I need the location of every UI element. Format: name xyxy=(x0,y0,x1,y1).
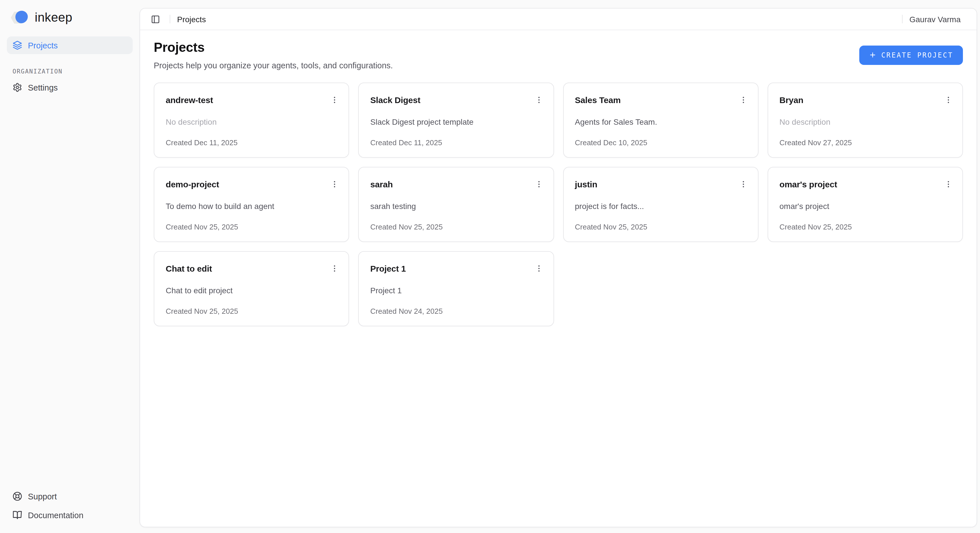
project-card-description: sarah testing xyxy=(371,202,542,211)
project-card-created: Created Nov 24, 2025 xyxy=(371,307,542,315)
project-card-description: To demo how to build an agent xyxy=(166,202,337,211)
project-card-description: Slack Digest project template xyxy=(371,117,542,126)
project-card-top: omar's project xyxy=(780,179,951,190)
sidebar-item-label: Projects xyxy=(28,41,58,50)
page-subtitle: Projects help you organize your agents, … xyxy=(154,61,393,70)
project-card-title: omar's project xyxy=(780,179,837,189)
header-divider xyxy=(902,15,902,23)
sidebar-item-documentation[interactable]: Documentation xyxy=(7,506,133,524)
project-card-title: justin xyxy=(575,179,597,189)
project-card[interactable]: omar's project omar's project Created No… xyxy=(768,167,963,242)
more-vertical-icon xyxy=(944,180,952,188)
project-card[interactable]: andrew-test No description Created Dec 1… xyxy=(154,83,349,158)
header-divider xyxy=(170,15,170,23)
more-vertical-icon xyxy=(330,95,339,104)
project-card-top: andrew-test xyxy=(166,95,337,106)
project-card-top: Slack Digest xyxy=(371,95,542,106)
project-card-title: Project 1 xyxy=(371,264,406,273)
inkeep-logo-icon xyxy=(10,9,30,26)
project-card-created: Created Nov 25, 2025 xyxy=(780,223,951,231)
layers-icon xyxy=(13,40,22,50)
page-title: Projects xyxy=(154,40,393,55)
project-card[interactable]: Project 1 Project 1 Created Nov 24, 2025 xyxy=(358,251,554,326)
project-card-description: project is for facts... xyxy=(575,202,746,211)
create-project-button[interactable]: CREATE PROJECT xyxy=(859,45,963,65)
project-card-menu-button[interactable] xyxy=(737,93,750,106)
more-vertical-icon xyxy=(535,95,543,104)
project-card-top: Sales Team xyxy=(575,95,746,106)
project-card-created: Created Dec 10, 2025 xyxy=(575,138,746,147)
page-head: Projects Projects help you organize your… xyxy=(154,40,963,70)
sidebar-org-nav: Settings xyxy=(7,79,133,96)
more-vertical-icon xyxy=(944,95,952,104)
project-card[interactable]: sarah sarah testing Created Nov 25, 2025 xyxy=(358,167,554,242)
main-panel: Projects Gaurav Varma Projects Projects … xyxy=(140,8,977,527)
project-card-created: Created Nov 25, 2025 xyxy=(575,223,746,231)
projects-grid: andrew-test No description Created Dec 1… xyxy=(154,83,963,326)
breadcrumb: Projects xyxy=(177,14,206,24)
project-card-created: Created Dec 11, 2025 xyxy=(166,138,337,147)
sidebar-section-label: ORGANIZATION xyxy=(13,68,127,75)
more-vertical-icon xyxy=(740,180,748,188)
project-card[interactable]: Slack Digest Slack Digest project templa… xyxy=(358,83,554,158)
project-card-created: Created Nov 25, 2025 xyxy=(166,307,337,315)
sidebar-item-label: Settings xyxy=(28,83,58,92)
sidebar-item-support[interactable]: Support xyxy=(7,487,133,505)
project-card-description: Agents for Sales Team. xyxy=(575,117,746,126)
book-open-icon xyxy=(13,510,22,520)
brand-name: inkeep xyxy=(35,10,72,25)
project-card-menu-button[interactable] xyxy=(533,262,545,274)
project-card-title: andrew-test xyxy=(166,95,213,105)
project-card-menu-button[interactable] xyxy=(533,93,545,106)
project-card-menu-button[interactable] xyxy=(942,93,955,106)
project-card-top: sarah xyxy=(371,179,542,190)
project-card-created: Created Nov 25, 2025 xyxy=(371,223,542,231)
user-menu[interactable]: Gaurav Varma xyxy=(909,14,969,24)
project-card-menu-button[interactable] xyxy=(328,178,341,190)
sidebar: inkeep Projects ORGANIZATION Settings xyxy=(0,0,140,533)
project-card-menu-button[interactable] xyxy=(328,93,341,106)
project-card[interactable]: Bryan No description Created Nov 27, 202… xyxy=(768,83,963,158)
sidebar-item-label: Support xyxy=(28,492,57,501)
project-card-title: demo-project xyxy=(166,179,219,189)
sidebar-nav: Projects xyxy=(7,37,133,54)
project-card[interactable]: demo-project To demo how to build an age… xyxy=(154,167,349,242)
project-card-description: Project 1 xyxy=(371,286,542,295)
sidebar-item-settings[interactable]: Settings xyxy=(7,79,133,96)
more-vertical-icon xyxy=(330,180,339,188)
project-card-top: Bryan xyxy=(780,95,951,106)
project-card[interactable]: justin project is for facts... Created N… xyxy=(563,167,759,242)
page-content: Projects Projects help you organize your… xyxy=(140,30,977,527)
project-card-description: Chat to edit project xyxy=(166,286,337,295)
project-card-menu-button[interactable] xyxy=(942,178,955,190)
project-card-menu-button[interactable] xyxy=(737,178,750,190)
project-card-menu-button[interactable] xyxy=(533,178,545,190)
sidebar-item-projects[interactable]: Projects xyxy=(7,37,133,54)
project-card-description: No description xyxy=(780,117,951,126)
panel-header: Projects Gaurav Varma xyxy=(140,8,977,30)
project-card-created: Created Dec 11, 2025 xyxy=(371,138,542,147)
more-vertical-icon xyxy=(535,264,543,272)
project-card-created: Created Nov 25, 2025 xyxy=(166,223,337,231)
project-card-top: Chat to edit xyxy=(166,264,337,274)
plus-icon xyxy=(869,51,876,59)
more-vertical-icon xyxy=(535,180,543,188)
sidebar-toggle-button[interactable] xyxy=(148,12,163,27)
project-card-title: Bryan xyxy=(780,95,803,105)
header-right: Gaurav Varma xyxy=(895,14,969,24)
project-card-menu-button[interactable] xyxy=(328,262,341,274)
project-card[interactable]: Sales Team Agents for Sales Team. Create… xyxy=(563,83,759,158)
project-card-description: omar's project xyxy=(780,202,951,211)
project-card-top: justin xyxy=(575,179,746,190)
project-card-title: sarah xyxy=(371,179,393,189)
project-card-title: Chat to edit xyxy=(166,264,212,273)
more-vertical-icon xyxy=(330,264,339,272)
project-card-created: Created Nov 27, 2025 xyxy=(780,138,951,147)
project-card-title: Slack Digest xyxy=(371,95,420,105)
project-card-top: demo-project xyxy=(166,179,337,190)
project-card[interactable]: Chat to edit Chat to edit project Create… xyxy=(154,251,349,326)
page-head-text: Projects Projects help you organize your… xyxy=(154,40,393,70)
app: inkeep Projects ORGANIZATION Settings xyxy=(0,0,980,533)
brand-logo[interactable]: inkeep xyxy=(7,8,133,26)
gear-icon xyxy=(13,83,22,92)
